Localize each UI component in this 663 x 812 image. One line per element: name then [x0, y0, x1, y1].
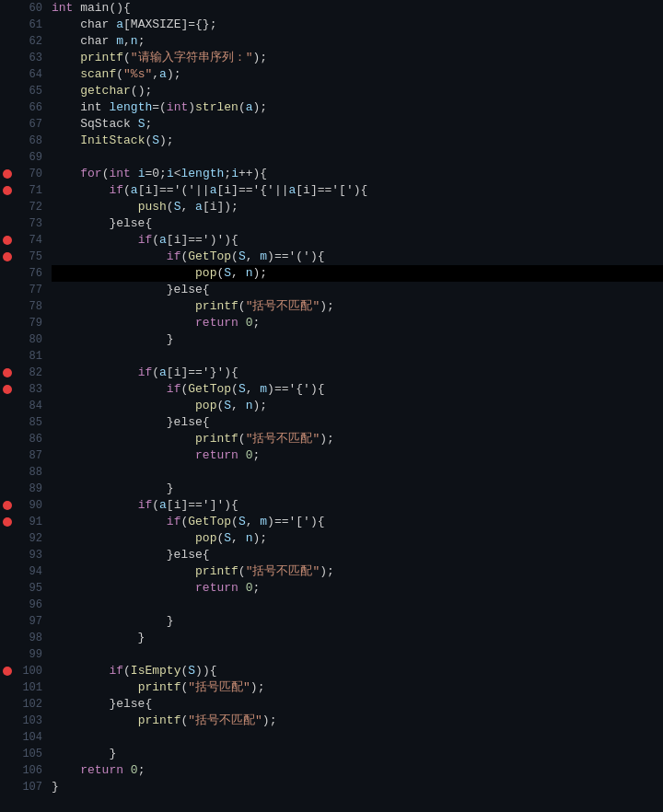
token: ( — [180, 381, 188, 398]
token: ); — [252, 398, 267, 414]
token: < — [174, 166, 181, 182]
line-number: 80 — [15, 331, 48, 348]
token: )=='{'){ — [267, 381, 324, 398]
token: } — [52, 779, 59, 795]
code-line: pop(S, n); — [52, 265, 663, 282]
token: "请输入字符串序列：" — [131, 50, 253, 66]
token: length — [109, 99, 152, 116]
token: n — [246, 398, 253, 414]
token: } — [52, 613, 174, 630]
gutter-row: 95 — [0, 580, 48, 597]
breakpoint-area[interactable] — [0, 169, 15, 179]
code-line: } — [52, 331, 663, 348]
token: a — [246, 99, 253, 116]
token: m — [116, 33, 123, 50]
gutter-row: 60 — [0, 0, 48, 17]
token: } — [52, 331, 174, 348]
breakpoint-dot — [3, 385, 12, 394]
breakpoint-area[interactable] — [0, 368, 15, 377]
token: IsEmpty — [131, 663, 181, 679]
line-number: 73 — [15, 215, 48, 232]
code-line: return 0; — [52, 315, 663, 331]
line-number: 63 — [15, 50, 48, 66]
token — [52, 199, 138, 215]
line-number: 90 — [15, 497, 48, 514]
token: "括号不匹配" — [246, 563, 320, 580]
token: )){ — [195, 663, 216, 679]
code-line: } — [52, 481, 663, 497]
gutter-row: 107 — [0, 779, 48, 795]
token: ( — [123, 50, 131, 66]
gutter-row: 89 — [0, 481, 48, 497]
token: ; — [252, 315, 260, 331]
breakpoint-area[interactable] — [0, 501, 15, 510]
token: ( — [152, 365, 159, 381]
breakpoint-area[interactable] — [0, 385, 15, 394]
token: i — [138, 166, 145, 182]
gutter-row: 83 — [0, 381, 48, 398]
token: [i]==')'){ — [167, 232, 238, 249]
gutter-row: 91 — [0, 514, 48, 530]
breakpoint-area[interactable] — [0, 252, 15, 261]
gutter-row: 66 — [0, 99, 48, 116]
token: ); — [252, 530, 267, 547]
line-number: 79 — [15, 315, 48, 331]
token: ); — [250, 679, 265, 696]
code-line: scanf("%s",a); — [52, 66, 663, 83]
token — [52, 166, 80, 182]
token: 0 — [131, 762, 138, 779]
token: ( — [231, 249, 238, 265]
line-number: 104 — [15, 729, 48, 746]
token: ( — [152, 232, 159, 249]
token — [52, 83, 80, 99]
line-number: 91 — [15, 514, 48, 530]
token: if — [138, 497, 153, 514]
token: =( — [152, 99, 167, 116]
token: ( — [180, 713, 188, 729]
token: printf — [138, 713, 181, 729]
token — [52, 580, 195, 597]
line-number: 83 — [15, 381, 48, 398]
gutter-row: 90 — [0, 497, 48, 514]
code-line: }else{ — [52, 547, 663, 563]
token — [52, 563, 195, 580]
line-number: 65 — [15, 83, 48, 99]
token: ; — [138, 33, 145, 50]
line-number: 97 — [15, 613, 48, 630]
token: ( — [216, 398, 224, 414]
token: )=='['){ — [267, 514, 324, 530]
code-line: printf("括号不匹配"); — [52, 563, 663, 580]
gutter-row: 62 — [0, 33, 48, 50]
breakpoint-area[interactable] — [0, 517, 15, 527]
gutter-row: 77 — [0, 282, 48, 298]
breakpoint-area[interactable] — [0, 236, 15, 245]
gutter-row: 98 — [0, 630, 48, 646]
token — [52, 713, 138, 729]
token: , — [123, 33, 131, 50]
token: , — [246, 514, 261, 530]
gutter-row: 76 — [0, 265, 48, 282]
token: ( — [238, 99, 246, 116]
breakpoint-area[interactable] — [0, 186, 15, 195]
token: [i]=='}'){ — [167, 365, 238, 381]
token: pop — [195, 530, 216, 547]
gutter-row: 63 — [0, 50, 48, 66]
token: int — [167, 99, 188, 116]
token: char — [52, 33, 116, 50]
token: a — [159, 497, 167, 514]
code-line — [52, 597, 663, 613]
code-line — [52, 348, 663, 365]
token: ; — [224, 166, 231, 182]
token: if — [138, 232, 153, 249]
token: i — [231, 166, 238, 182]
breakpoint-area[interactable] — [0, 667, 15, 676]
gutter-row: 85 — [0, 414, 48, 431]
code-line — [52, 149, 663, 166]
line-number: 84 — [15, 398, 48, 414]
token: ); — [320, 298, 334, 315]
code-content[interactable]: int main(){ char a[MAXSIZE]={}; char m,n… — [48, 0, 663, 812]
token: ; — [145, 116, 152, 133]
token: S — [138, 116, 145, 133]
token: int — [52, 0, 73, 17]
token: return — [195, 315, 238, 331]
